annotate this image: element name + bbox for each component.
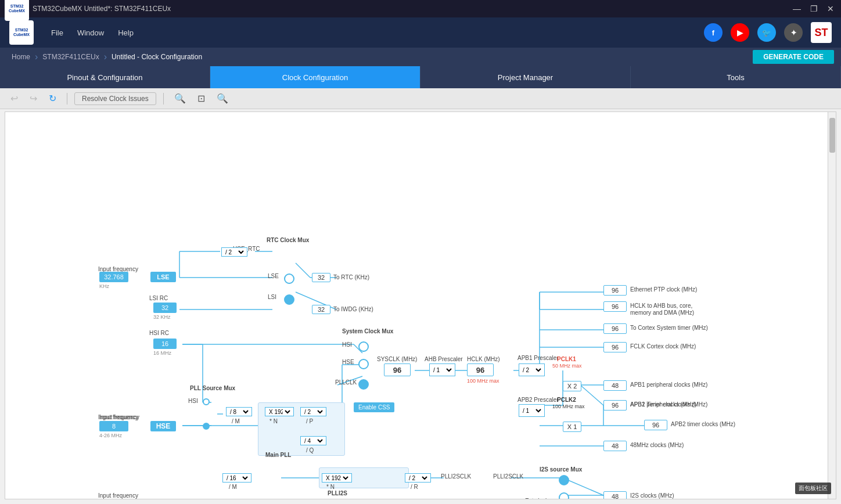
hse-block[interactable]: HSE (150, 421, 176, 431)
i2s-src-label: I2S source Mux (540, 466, 582, 473)
st-logo: ST (811, 22, 832, 43)
plli2s-r-select[interactable]: / 2 (405, 473, 431, 483)
plli2s-n-select[interactable]: X 192 (322, 473, 352, 483)
hse-pll-radio[interactable] (203, 423, 210, 430)
minimize-button[interactable]: — (790, 4, 803, 13)
lsi-rtc-switch[interactable] (284, 294, 294, 305)
hclk-max-label: 100 MHz max (467, 378, 499, 384)
pll-m-label: / M (232, 418, 240, 424)
apb1-select[interactable]: / 2 (519, 363, 545, 376)
pll-m-select[interactable]: / 8 (226, 407, 252, 416)
watermark: 面包板社区 (795, 483, 831, 494)
apb1-periph-val[interactable]: 48 (603, 380, 627, 391)
i2s-src-radio2[interactable] (559, 492, 569, 499)
apb1-prescaler-label: APB1 Prescaler (517, 355, 559, 361)
zoom-in-button[interactable]: 🔍 (171, 92, 189, 105)
apb2-select[interactable]: / 1 (519, 404, 545, 417)
cortex-timer-val[interactable]: 96 (603, 323, 627, 334)
ahb-prescaler-label: AHB Prescaler (425, 356, 463, 362)
pll-n-select[interactable]: X 192 (265, 407, 294, 416)
mhz48-val[interactable]: 48 (603, 441, 627, 451)
lse-block[interactable]: LSE (150, 272, 176, 282)
x1-value: X 1 (563, 422, 581, 432)
hsi-sys-radio[interactable] (358, 341, 369, 352)
svg-line-5 (296, 263, 310, 278)
pclk1-max-label: 50 MHz max (552, 363, 582, 369)
resolve-clock-button[interactable]: Resolve Clock Issues (74, 92, 156, 105)
mhz48-label: 48MHz clocks (MHz) (630, 442, 684, 448)
hclk-value[interactable]: 96 (467, 363, 494, 376)
lse-value[interactable]: 32.768 (99, 272, 128, 282)
fclk-label: FCLK Cortex clock (MHz) (630, 343, 696, 350)
ext-clock-label: Ext clock (525, 498, 548, 499)
svg-line-26 (580, 385, 603, 405)
zoom-out-button[interactable]: 🔍 (213, 92, 232, 105)
lse-rtc-label: LSE (268, 273, 279, 279)
breadcrumb-page[interactable]: Untitled - Clock Configuration (107, 53, 207, 61)
pclk2-label: PCLK2 (557, 397, 576, 403)
maximize-button[interactable]: ❐ (808, 4, 820, 13)
to-iwdg-val[interactable]: 32 (312, 305, 330, 314)
pll-p-select[interactable]: / 2 (300, 407, 326, 416)
generate-code-button[interactable]: GENERATE CODE (753, 50, 834, 64)
pll-n-label: * N (269, 418, 278, 424)
menu-left: STM32CubeMX File Window Help (9, 20, 134, 45)
facebook-icon[interactable]: f (704, 23, 723, 42)
window-menu[interactable]: Window (77, 26, 104, 39)
hsi-value[interactable]: 16 (153, 339, 177, 349)
ahb-select[interactable]: / 1 (429, 363, 455, 376)
sysclk-value[interactable]: 96 (384, 363, 411, 376)
refresh-button[interactable]: ↻ (45, 92, 60, 105)
redo-button[interactable]: ↪ (26, 92, 41, 105)
file-menu[interactable]: File (51, 26, 63, 39)
sysclk-label: SYSCLK (MHz) (377, 356, 417, 362)
input-freq-label-3: Input frequency (98, 492, 138, 499)
i2s-src-radio1[interactable] (559, 475, 569, 485)
menu-bar: STM32CubeMX File Window Help f ▶ 🐦 ✦ ST (0, 17, 841, 48)
close-button[interactable]: ✕ (825, 4, 836, 13)
breadcrumb-device[interactable]: STM32F411CEUx (38, 53, 103, 61)
lsi-rtc-label: LSI (268, 294, 276, 300)
breadcrumb-home[interactable]: Home (7, 53, 35, 61)
fclk-val[interactable]: 96 (603, 342, 627, 352)
hclk-label: HCLK (MHz) (467, 356, 500, 362)
menu-items: File Window Help (51, 26, 134, 39)
main-pll-label: Main PLL (265, 452, 291, 458)
toolbar: ↩ ↪ ↻ Resolve Clock Issues 🔍 ⊡ 🔍 (0, 88, 841, 109)
help-menu[interactable]: Help (118, 26, 134, 39)
pll-q-select[interactable]: / 4 (300, 436, 326, 445)
lse-rtc-switch[interactable] (284, 273, 294, 284)
enable-css-button[interactable]: Enable CSS (354, 402, 394, 412)
hse-unit: 4-26 MHz (99, 433, 122, 438)
tab-project[interactable]: Project Manager (420, 66, 631, 88)
hse-sys-radio[interactable] (358, 359, 369, 369)
main-content: Input frequency Input frequency Input fr… (5, 111, 836, 499)
youtube-icon[interactable]: ▶ (731, 23, 749, 42)
tab-clock[interactable]: Clock Configuration (210, 66, 420, 88)
tab-tools[interactable]: Tools (631, 66, 841, 88)
hse-value[interactable]: 8 (99, 421, 128, 431)
plli2s-m-select[interactable]: / 16 (222, 473, 251, 483)
fit-button[interactable]: ⊡ (194, 92, 209, 105)
apb2-periph-label: APB2 peripheral clocks (MHz) (630, 401, 707, 408)
undo-button[interactable]: ↩ (7, 92, 21, 105)
clock-diagram: Input frequency Input frequency Input fr… (5, 112, 836, 499)
hclk-bus-val[interactable]: 96 (603, 301, 627, 312)
pllclk-radio[interactable] (358, 379, 369, 390)
tab-pinout[interactable]: Pinout & Configuration (0, 66, 210, 88)
apb2-periph-val[interactable]: 96 (603, 400, 627, 411)
lsi-label: LSI RC (149, 295, 168, 301)
hse-div2-select[interactable]: / 2 (221, 247, 247, 257)
scrollbar-thumb[interactable] (829, 118, 835, 153)
i2s-val[interactable]: 48 (603, 491, 627, 499)
lsi-value[interactable]: 32 (153, 303, 177, 313)
plli2s-n-label: * N (326, 484, 335, 490)
apb2-timer-val[interactable]: 96 (644, 420, 667, 430)
hclk-bus-label: HCLK to AHB bus, core, (630, 303, 692, 309)
sys-clk-mux-label: System Clock Mux (342, 328, 393, 334)
twitter-icon[interactable]: 🐦 (757, 23, 776, 42)
hsi-pll-radio[interactable] (203, 398, 210, 405)
network-icon[interactable]: ✦ (784, 23, 803, 42)
to-rtc-val[interactable]: 32 (312, 273, 330, 282)
ethernet-ptp-val[interactable]: 96 (603, 285, 627, 296)
